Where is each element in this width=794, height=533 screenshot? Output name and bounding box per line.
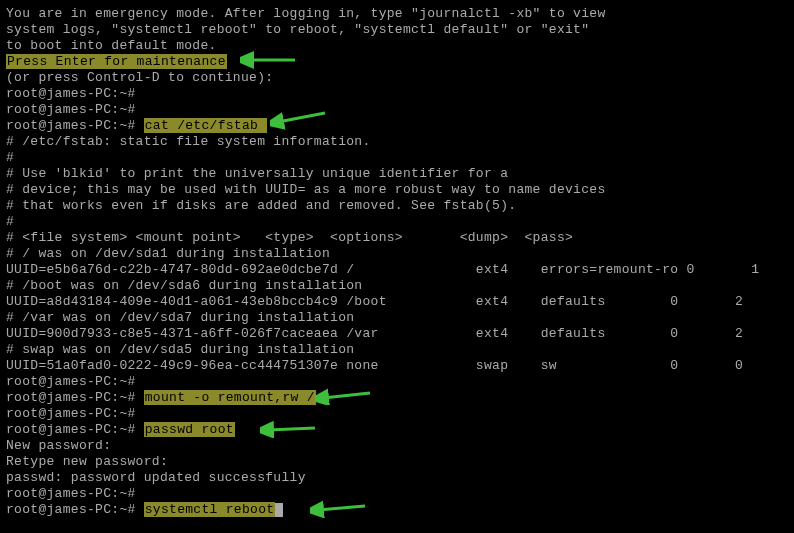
- prompt-prefix: root@james-PC:~#: [6, 118, 144, 133]
- text-line: Press Enter for maintenance: [6, 54, 788, 70]
- text-line: # swap was on /dev/sda5 during installat…: [6, 342, 788, 358]
- text-line: UUID=900d7933-c8e5-4371-a6ff-026f7caceae…: [6, 326, 788, 342]
- text-line: # device; this may be used with UUID= as…: [6, 182, 788, 198]
- prompt-prefix: root@james-PC:~#: [6, 422, 144, 437]
- text-line: system logs, "systemctl reboot" to reboo…: [6, 22, 788, 38]
- highlight-maintenance: Press Enter for maintenance: [6, 54, 227, 69]
- prompt-line: root@james-PC:~#: [6, 102, 788, 118]
- highlight-cat-fstab: cat /etc/fstab: [144, 118, 268, 133]
- text-line: #: [6, 150, 788, 166]
- prompt-line: root@james-PC:~#: [6, 406, 788, 422]
- text-line: UUID=e5b6a76d-c22b-4747-80dd-692ae0dcbe7…: [6, 262, 788, 278]
- prompt-line: root@james-PC:~# cat /etc/fstab: [6, 118, 788, 134]
- text-line: #: [6, 214, 788, 230]
- text-line: New password:: [6, 438, 788, 454]
- text-line: Retype new password:: [6, 454, 788, 470]
- prompt-line: root@james-PC:~# mount -o remount,rw /: [6, 390, 788, 406]
- text-line: UUID=a8d43184-409e-40d1-a061-43eb8bccb4c…: [6, 294, 788, 310]
- cursor: [275, 503, 283, 517]
- text-line: # /etc/fstab: static file system informa…: [6, 134, 788, 150]
- text-line: # that works even if disks are added and…: [6, 198, 788, 214]
- prompt-line: root@james-PC:~#: [6, 486, 788, 502]
- highlight-mount: mount -o remount,rw /: [144, 390, 316, 405]
- text-line: UUID=51a0fad0-0222-49c9-96ea-cc444751307…: [6, 358, 788, 374]
- text-line: # /boot was on /dev/sda6 during installa…: [6, 278, 788, 294]
- text-line: (or press Control-D to continue):: [6, 70, 788, 86]
- prompt-line: root@james-PC:~# systemctl reboot: [6, 502, 788, 518]
- text-line: You are in emergency mode. After logging…: [6, 6, 788, 22]
- text-line: to boot into default mode.: [6, 38, 788, 54]
- prompt-line: root@james-PC:~#: [6, 374, 788, 390]
- text-line: # <file system> <mount point> <type> <op…: [6, 230, 788, 246]
- text-line: # / was on /dev/sda1 during installation: [6, 246, 788, 262]
- text-line: # Use 'blkid' to print the universally u…: [6, 166, 788, 182]
- highlight-reboot: systemctl reboot: [144, 502, 276, 517]
- prompt-line: root@james-PC:~#: [6, 86, 788, 102]
- text-line: passwd: password updated successfully: [6, 470, 788, 486]
- highlight-passwd: passwd root: [144, 422, 235, 437]
- terminal-output[interactable]: You are in emergency mode. After logging…: [6, 6, 788, 518]
- prompt-prefix: root@james-PC:~#: [6, 502, 144, 517]
- text-line: # /var was on /dev/sda7 during installat…: [6, 310, 788, 326]
- prompt-prefix: root@james-PC:~#: [6, 390, 144, 405]
- prompt-line: root@james-PC:~# passwd root: [6, 422, 788, 438]
